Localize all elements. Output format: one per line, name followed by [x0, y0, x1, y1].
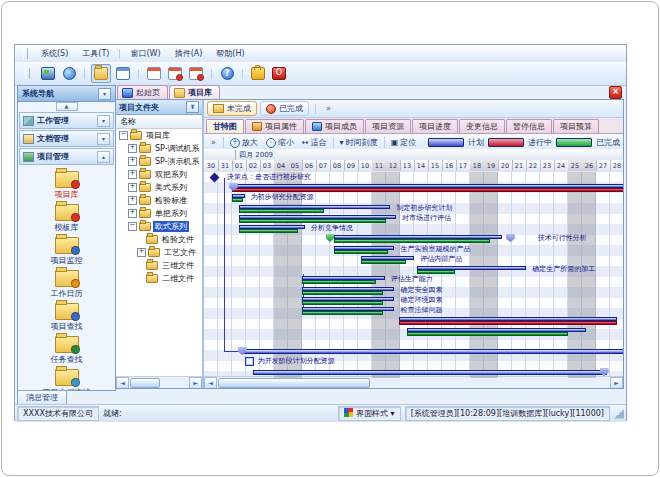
plan-bar[interactable]: [253, 369, 607, 377]
tree-horizontal-scrollbar[interactable]: ◄ ►: [116, 376, 202, 388]
task-bar[interactable]: [239, 225, 305, 233]
sidebar-item-4[interactable]: 工作日历: [18, 268, 115, 301]
expand-icon[interactable]: +: [128, 183, 137, 192]
day-header-cell[interactable]: 27: [596, 160, 611, 171]
task-bar[interactable]: [232, 194, 245, 202]
day-header-cell[interactable]: 21: [512, 160, 527, 171]
scroll-thumb[interactable]: [218, 378, 370, 388]
zoom-in-button[interactable]: +放大: [227, 136, 261, 149]
collapse-icon[interactable]: −: [128, 222, 137, 231]
task-bar[interactable]: [334, 235, 502, 243]
tab-暂停信息[interactable]: 暂停信息: [506, 119, 552, 133]
chevron-down-icon[interactable]: ▾: [97, 133, 110, 145]
calendar-button[interactable]: [145, 65, 163, 82]
day-header-cell[interactable]: 15: [428, 160, 443, 171]
lock-button[interactable]: [249, 65, 267, 82]
collapse-icon[interactable]: −: [119, 131, 128, 140]
sidebar-group-3[interactable]: 项目管理▴: [19, 148, 114, 165]
tab-变更信息[interactable]: 变更信息: [459, 119, 505, 133]
filter-已完成[interactable]: 已完成: [260, 101, 309, 116]
sidebar-scroll-up[interactable]: ▲: [18, 102, 115, 111]
day-header-cell[interactable]: 17: [456, 160, 471, 171]
day-header-cell[interactable]: 31: [218, 160, 233, 171]
summary-bar[interactable]: [232, 184, 623, 192]
sidebar-pin-icon[interactable]: ▾: [98, 88, 111, 100]
globe-button[interactable]: [60, 65, 78, 82]
day-header-cell[interactable]: 11: [372, 160, 387, 171]
sidebar-item-7[interactable]: 项目文档查找: [18, 367, 115, 391]
timescale-button[interactable]: ▾时间刻度: [337, 136, 381, 149]
scroll-right-icon[interactable]: ►: [610, 377, 623, 389]
menu-item[interactable]: 插件(A): [168, 46, 210, 61]
day-header-cell[interactable]: 13: [400, 160, 415, 171]
day-header-cell[interactable]: 23: [540, 160, 555, 171]
task-bar[interactable]: [302, 307, 394, 315]
calendar-check-button[interactable]: [187, 65, 205, 82]
day-header-cell[interactable]: 16: [442, 160, 457, 171]
tab-项目资源[interactable]: 项目资源: [365, 119, 411, 133]
plan-bar[interactable]: [242, 348, 623, 356]
chevron-up-icon[interactable]: ▲: [56, 102, 78, 111]
day-header-cell[interactable]: 19: [484, 160, 499, 171]
task-bar[interactable]: [239, 215, 396, 223]
expand-icon[interactable]: +: [137, 248, 146, 257]
task-bar[interactable]: [361, 256, 414, 264]
fit-button[interactable]: ↔适合: [299, 136, 330, 149]
day-header-cell[interactable]: 04: [274, 160, 289, 171]
task-bar[interactable]: [302, 287, 394, 295]
summary-bar[interactable]: [399, 317, 617, 325]
overflow-icon[interactable]: »: [207, 138, 220, 147]
message-management-tab[interactable]: 消息管理: [17, 390, 67, 404]
scroll-right-icon[interactable]: ►: [189, 377, 202, 389]
scroll-left-icon[interactable]: ◄: [204, 377, 217, 389]
tab-项目属性[interactable]: 项目属性: [245, 119, 304, 133]
task-bar[interactable]: [302, 297, 394, 305]
sidebar-group-1[interactable]: 工作管理▾: [19, 112, 114, 129]
day-header-cell[interactable]: 30: [204, 160, 219, 171]
expand-icon[interactable]: +: [128, 157, 137, 166]
day-header-cell[interactable]: 02: [246, 160, 261, 171]
day-header-cell[interactable]: 09: [344, 160, 359, 171]
expand-icon[interactable]: +: [128, 170, 137, 179]
tree-item[interactable]: +双把系列: [116, 168, 202, 181]
day-header-cell[interactable]: 08: [330, 160, 345, 171]
interface-style-button[interactable]: 界面样式 ▾: [338, 406, 401, 421]
tree-item[interactable]: 三维文件: [116, 259, 202, 272]
task-bar[interactable]: [407, 328, 586, 336]
chevron-down-icon[interactable]: ▾: [97, 115, 110, 127]
chevron-up-icon[interactable]: ▴: [97, 151, 110, 163]
tab-项目成员[interactable]: 项目成员: [305, 119, 364, 133]
day-header-cell[interactable]: 03: [260, 160, 275, 171]
scroll-left-icon[interactable]: ◄: [116, 377, 129, 389]
tree-item[interactable]: +美式系列: [116, 181, 202, 194]
day-header-cell[interactable]: 26: [582, 160, 597, 171]
window-layout-button[interactable]: [114, 65, 132, 82]
computer-button[interactable]: [39, 65, 57, 82]
tree-item[interactable]: 二维文件: [116, 272, 202, 285]
tab-起始页[interactable]: 起始页: [117, 85, 168, 99]
gantt-horizontal-scrollbar[interactable]: ◄ ►: [204, 376, 623, 388]
day-header-cell[interactable]: 12: [386, 160, 401, 171]
day-header-cell[interactable]: 24: [554, 160, 569, 171]
scroll-thumb[interactable]: [130, 378, 160, 388]
sidebar-item-6[interactable]: 任务查找: [18, 334, 115, 367]
sidebar-item-1[interactable]: 项目库: [18, 169, 115, 202]
overflow-icon[interactable]: »: [322, 104, 335, 113]
day-header-cell[interactable]: 06: [302, 160, 317, 171]
day-header-cell[interactable]: 20: [498, 160, 513, 171]
task-bar[interactable]: [302, 276, 385, 284]
tab-项目预算[interactable]: 项目预算: [553, 119, 599, 133]
zoom-out-button[interactable]: -缩小: [263, 136, 297, 149]
tree-item[interactable]: +SP-调试机系: [116, 142, 202, 155]
menu-item[interactable]: 帮助(H): [209, 46, 251, 61]
tab-项目库[interactable]: 项目库: [169, 85, 220, 99]
day-header-cell[interactable]: 01: [232, 160, 247, 171]
day-header-cell[interactable]: 10: [358, 160, 373, 171]
locate-button[interactable]: ▣定位: [388, 136, 420, 149]
sidebar-group-2[interactable]: 文档管理▾: [19, 130, 114, 147]
expand-icon[interactable]: +: [128, 196, 137, 205]
menu-item[interactable]: 系统(S): [34, 46, 75, 61]
sidebar-item-2[interactable]: 模板库: [18, 202, 115, 235]
menu-item[interactable]: 工具(T): [75, 46, 116, 61]
tree-item[interactable]: 检验文件: [116, 233, 202, 246]
